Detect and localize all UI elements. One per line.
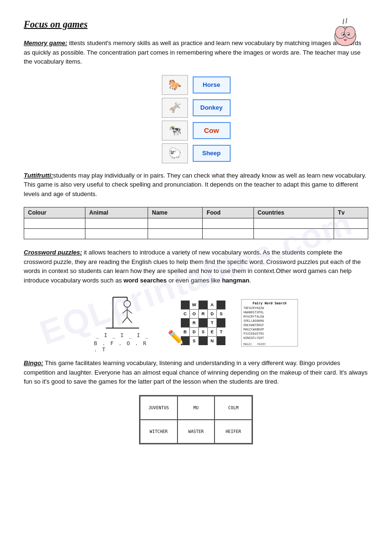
donkey-label: Donkey — [193, 99, 231, 116]
cell — [24, 229, 85, 239]
wordsearch-grid: TBFAIRYKQZW HWANDSTXPOL RFAIRYTALEW SPEL… — [243, 306, 296, 341]
donkey-image: 🫏 — [162, 98, 188, 118]
mascot-icon — [326, 14, 364, 52]
sheep-label: Sheep — [193, 145, 231, 162]
wordsearch-image: Fairy Word Search TBFAIRYKQZW HWANDSTXPO… — [241, 299, 298, 347]
bingo-cell-1: JUVENTUS — [140, 396, 177, 420]
sheep-image: 🐑 — [162, 143, 188, 163]
crossword-cell: D — [190, 328, 198, 336]
cell — [253, 218, 334, 229]
svg-line-16 — [127, 310, 132, 313]
svg-line-17 — [122, 317, 127, 323]
cow-image: 🐄 — [162, 121, 188, 141]
crossword-cell: A — [208, 301, 216, 309]
cell — [203, 229, 253, 239]
cell — [148, 218, 203, 229]
table-row — [24, 218, 368, 229]
svg-line-7 — [343, 19, 344, 24]
bingo-cell-4: WITCHER — [140, 420, 177, 443]
col-colour: Colour — [24, 207, 85, 218]
crossword-cell — [199, 301, 207, 309]
crossword-cell — [199, 337, 207, 345]
animal-row-horse: 🐎 Horse — [162, 75, 231, 95]
col-countries: Countries — [253, 207, 334, 218]
cell — [85, 218, 148, 229]
svg-line-15 — [122, 310, 127, 313]
crossword-cell — [181, 319, 189, 327]
svg-point-13 — [124, 301, 131, 307]
cell — [24, 218, 85, 229]
crossword-grid: W A C O R D S R T B D S E T S N — [181, 301, 225, 345]
crossword-puzzle-image: ✏️ W A C O R D S R T B D S E T S N — [165, 297, 227, 349]
crossword-cell — [217, 319, 225, 327]
svg-point-2 — [345, 27, 355, 39]
tuttifrutti-description: students may play individually or in pai… — [24, 172, 366, 198]
col-animal: Animal — [85, 207, 148, 218]
crossword-cell — [181, 301, 189, 309]
horse-label: Horse — [193, 76, 231, 94]
hangman-blanks-1: _ I _ I _ I _ — [96, 332, 149, 339]
crossword-cell — [199, 319, 207, 327]
crossword-cell: T — [217, 328, 225, 336]
crossword-cell: S — [199, 328, 207, 336]
page-title: Focus on games — [24, 19, 368, 30]
cell — [253, 229, 334, 239]
memory-game-title: Memory game: — [24, 39, 67, 47]
crossword-bold-1: word searches — [123, 277, 167, 284]
crossword-cell: E — [208, 328, 216, 336]
crossword-cell: O — [190, 310, 198, 318]
bingo-description: This game facilitates learning vocabular… — [24, 359, 367, 385]
bingo-card: JUVENTUS MU COLM WITCHER WASTER HEIFER — [139, 395, 253, 444]
crossword-cell: S — [190, 337, 198, 345]
table-row — [24, 229, 368, 239]
hangman-blanks-2: B . F . O . R . T — [94, 340, 151, 353]
bingo-grid: JUVENTUS MU COLM WITCHER WASTER HEIFER — [140, 396, 252, 443]
crossword-cell: S — [217, 310, 225, 318]
crossword-cell: R — [199, 310, 207, 318]
animal-row-cow: 🐄 Cow — [162, 121, 231, 141]
bingo-cell-6: HEIFER — [215, 420, 252, 443]
crossword-bold-2: hangman — [222, 277, 250, 284]
crossword-cell — [217, 337, 225, 345]
horse-image: 🐎 — [162, 75, 188, 95]
memory-game-description: ittests student's memory skills as well … — [24, 39, 361, 65]
crossword-cell: N — [208, 337, 216, 345]
svg-point-5 — [343, 34, 344, 35]
crossword-cell: R — [190, 319, 198, 327]
svg-point-6 — [348, 34, 349, 35]
cow-label: Cow — [193, 122, 231, 139]
tuttifrutti-title: Tuttifrutti: — [24, 172, 53, 179]
wordsearch-legend: MAGIC FAIRY WAND SPELL PIXIE WINGS ENCHA… — [243, 342, 296, 346]
bingo-cell-2: MU — [177, 396, 215, 420]
cell — [334, 229, 368, 239]
bingo-title: Bingo: — [24, 359, 43, 367]
cell — [334, 218, 368, 229]
tuttifrutti-table: Colour Animal Name Food Countries Tv — [24, 207, 368, 239]
svg-line-18 — [127, 317, 132, 323]
hangman-image: _ I _ I _ I _ B . F . O . R . T — [94, 292, 151, 353]
crossword-title: Crossword puzzles: — [24, 249, 82, 256]
bingo-cell-3: COLM — [215, 396, 252, 420]
wordsearch-title: Fairy Word Search — [243, 301, 296, 305]
memory-game-section: Memory game: ittests student's memory sk… — [24, 38, 368, 66]
col-food: Food — [203, 207, 253, 218]
crossword-cell: W — [190, 301, 198, 309]
animal-row-sheep: 🐑 Sheep — [162, 143, 231, 163]
col-tv: Tv — [334, 207, 368, 218]
crossword-desc-3: . — [249, 277, 251, 284]
bingo-section: Bingo: This game facilitates learning vo… — [24, 358, 368, 386]
crossword-cell: T — [208, 319, 216, 327]
crossword-cell — [217, 301, 225, 309]
tuttifrutti-section: Tuttifrutti:students may play individual… — [24, 171, 368, 199]
crossword-images-row: _ I _ I _ I _ B . F . O . R . T ✏️ W A C… — [24, 292, 368, 353]
col-name: Name — [148, 207, 203, 218]
cell — [85, 229, 148, 239]
hangman-svg — [99, 292, 146, 330]
animal-row-donkey: 🫏 Donkey — [162, 98, 231, 118]
cell — [148, 229, 203, 239]
bingo-card-container: JUVENTUS MU COLM WITCHER WASTER HEIFER — [24, 395, 368, 444]
animal-cards-container: 🐎 Horse 🫏 Donkey 🐄 Cow 🐑 Sheep — [24, 75, 368, 163]
bingo-cell-5: WASTER — [177, 420, 215, 443]
cell — [203, 218, 253, 229]
crossword-desc-2: or even games like — [167, 277, 222, 284]
